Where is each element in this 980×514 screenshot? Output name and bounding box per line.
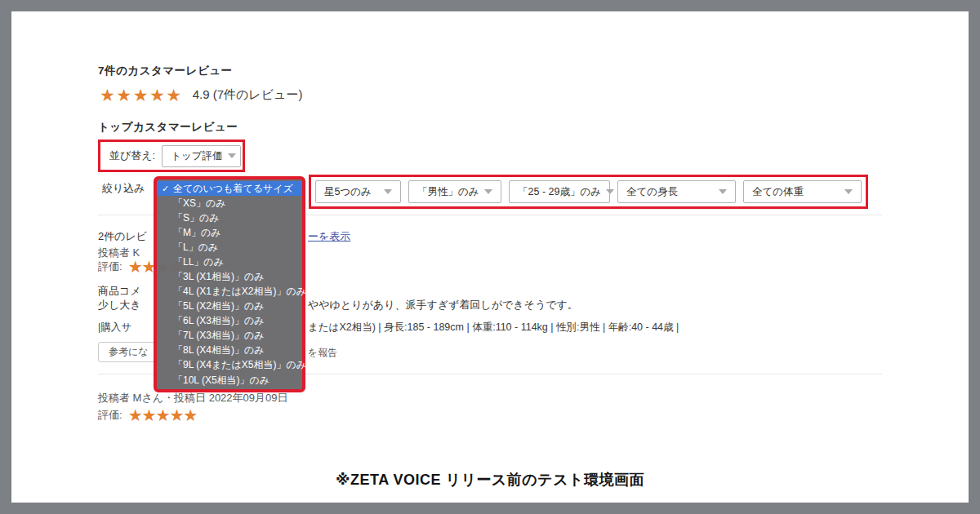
size-filter-option[interactable]: 「XS」のみ xyxy=(157,196,302,210)
chevron-down-icon xyxy=(228,153,236,158)
size-filter-option[interactable]: 「4L (X1またはX2相当)」のみ xyxy=(157,285,302,299)
size-filter-option[interactable]: 「10L (X5相当)」のみ xyxy=(157,373,302,388)
filter-age-value: 「25 - 29歳」のみ xyxy=(518,185,601,199)
size-filter-option[interactable]: 「6L (X3相当)」のみ xyxy=(157,314,302,329)
size-filter-option[interactable]: 「S」のみ xyxy=(157,210,302,225)
chevron-down-icon xyxy=(384,189,392,194)
sort-selected-value: トップ評価 xyxy=(171,149,222,163)
size-filter-dropdown: ✓ 全てのいつも着てるサイズ 「XS」のみ 「S」のみ 「M」のみ 「L」のみ … xyxy=(154,176,305,392)
reviews-count-title: 7件のカスタマーレビュー xyxy=(98,64,233,78)
filter-label: 絞り込み xyxy=(102,181,145,196)
chevron-down-icon xyxy=(606,189,614,194)
show-reviews-link[interactable]: ーを表示 xyxy=(308,229,350,244)
filter-select-gender[interactable]: 「男性」のみ xyxy=(408,180,501,203)
chevron-down-icon xyxy=(844,189,853,194)
size-filter-option[interactable]: 「5L (X2相当)」のみ xyxy=(157,299,302,314)
rating-label: 評価: xyxy=(98,408,122,423)
check-icon: ✓ xyxy=(162,184,169,194)
filter-rating-value: 星5つのみ xyxy=(324,185,372,199)
star-rating-icon: ★★★★★ xyxy=(128,407,198,423)
matched-reviews-text: 2件のレビ xyxy=(98,229,147,244)
filters-highlight-box: 星5つのみ 「男性」のみ 「25 - 29歳」のみ 全ての身長 全ての体重 xyxy=(309,175,868,209)
helpful-button[interactable]: 参考にな xyxy=(98,342,159,362)
rating-value-text: 4.9 (7件のレビュー) xyxy=(193,87,303,103)
filter-weight-value: 全ての体重 xyxy=(752,185,804,199)
filter-select-age[interactable]: 「25 - 29歳」のみ xyxy=(509,180,610,203)
size-filter-option[interactable]: 「LL」のみ xyxy=(157,255,302,269)
sort-highlight-box: 並び替え: トップ評価 xyxy=(98,140,245,172)
review1-comment-label: 商品コメ xyxy=(98,284,141,299)
size-filter-option[interactable]: 「M」のみ xyxy=(157,225,302,240)
filter-gender-value: 「男性」のみ xyxy=(417,185,479,199)
filter-height-value: 全ての身長 xyxy=(626,185,678,199)
size-filter-option-list: ✓ 全てのいつも着てるサイズ 「XS」のみ 「S」のみ 「M」のみ 「L」のみ … xyxy=(157,181,302,388)
review1-comment-left: 少し大き xyxy=(98,298,141,312)
size-filter-option[interactable]: 「L」のみ xyxy=(157,240,302,255)
size-option-label: 全てのいつも着てるサイズ xyxy=(173,182,293,196)
review2-author: 投稿者 Mさん・投稿日 2022年09月09日 xyxy=(98,391,288,405)
test-environment-caption: ※ZETA VOICE リリース前のテスト環境画面 xyxy=(0,470,980,490)
filter-select-height[interactable]: 全ての身長 xyxy=(617,180,736,203)
size-filter-option[interactable]: 「8L (X4相当)」のみ xyxy=(157,343,302,358)
rating-label: 評価: xyxy=(98,259,122,274)
review1-purchase-right: またはX2相当) | 身長:185 - 189cm | 体重:110 - 114… xyxy=(308,321,679,335)
size-filter-option[interactable]: 「9L (X4またはX5相当)」のみ xyxy=(157,358,302,373)
filter-select-rating[interactable]: 星5つのみ xyxy=(315,180,401,203)
sort-select[interactable]: トップ評価 xyxy=(162,145,241,167)
chevron-down-icon xyxy=(719,189,727,194)
size-filter-option[interactable]: 「7L (X3相当)」のみ xyxy=(157,329,302,343)
size-filter-option[interactable]: 「3L (X1相当)」のみ xyxy=(157,269,302,284)
review1-purchase-left: |購入サ xyxy=(98,321,131,335)
chevron-down-icon xyxy=(484,189,492,194)
sort-label: 並び替え: xyxy=(109,148,155,163)
rating-summary: ★★★★★ 4.9 (7件のレビュー) xyxy=(100,86,302,104)
filter-select-weight[interactable]: 全ての体重 xyxy=(743,180,862,203)
size-filter-option-selected[interactable]: ✓ 全てのいつも着てるサイズ xyxy=(157,181,302,196)
top-reviews-heading: トップカスタマーレビュー xyxy=(98,120,238,135)
review1-comment-right: ややゆとりがあり、派手すぎず着回しができそうです。 xyxy=(308,298,578,312)
report-link[interactable]: を報告 xyxy=(308,346,337,360)
star-rating-icon: ★★★★★ xyxy=(100,86,183,104)
review2-rating-row: 評価: ★★★★★ xyxy=(98,407,197,423)
